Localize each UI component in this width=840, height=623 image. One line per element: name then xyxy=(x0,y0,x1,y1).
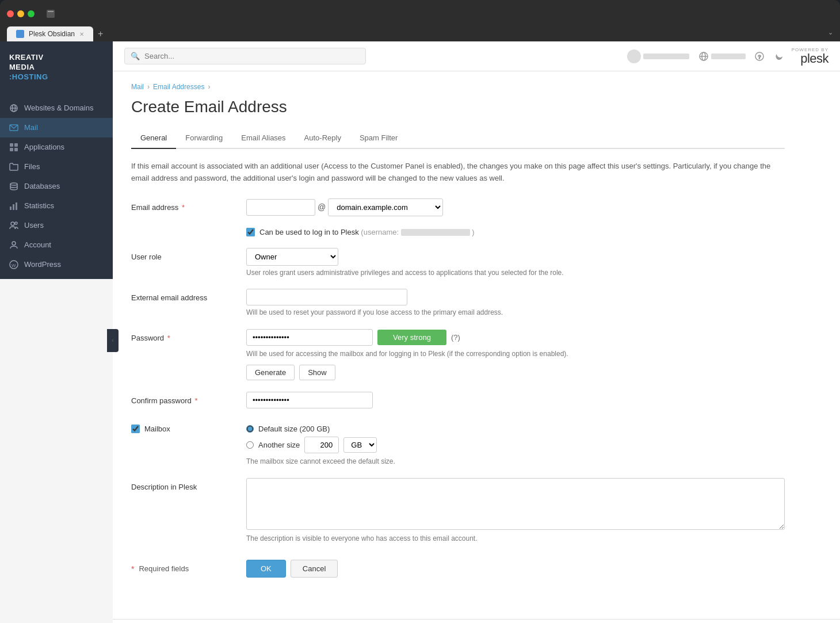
logo-line1: KREATIV xyxy=(9,53,104,63)
mailbox-control: Default size (200 GB) Another size GB MB xyxy=(246,420,785,467)
tab-auto-reply[interactable]: Auto-Reply xyxy=(295,128,350,149)
plesk-login-row: Can be used to log in to Plesk (username… xyxy=(131,228,785,236)
globe-icon xyxy=(9,104,18,113)
sidebar-item-applications[interactable]: Applications xyxy=(0,137,113,157)
required-label-cell: * Required fields xyxy=(131,555,246,583)
sidebar-item-users[interactable]: Users xyxy=(0,216,113,235)
svg-point-16 xyxy=(12,242,16,245)
mailbox-label-cell: Mailbox xyxy=(131,420,246,445)
new-tab-button[interactable]: + xyxy=(98,29,103,39)
globe-topbar-icon xyxy=(698,51,709,62)
minimize-button[interactable] xyxy=(17,10,24,17)
sidebar-item-account[interactable]: Account xyxy=(0,235,113,255)
plesk-login-checkbox[interactable] xyxy=(246,228,255,236)
language-placeholder xyxy=(711,53,746,59)
traffic-lights xyxy=(7,10,35,17)
sidebar-item-files[interactable]: Files xyxy=(0,157,113,177)
domain-select[interactable]: domain.example.com xyxy=(328,198,443,216)
svg-point-14 xyxy=(11,222,14,225)
external-email-label: External email address xyxy=(131,289,246,302)
active-tab[interactable]: Plesk Obsidian ✕ xyxy=(7,26,93,41)
search-box[interactable]: 🔍 xyxy=(124,48,366,64)
svg-rect-12 xyxy=(13,204,14,210)
required-label: Required fields xyxy=(139,564,189,573)
sidebar-item-mail[interactable]: Mail xyxy=(0,118,113,137)
user-role-control: Owner Additional User User roles grant u… xyxy=(246,248,785,278)
search-input[interactable] xyxy=(144,52,360,60)
required-star: * xyxy=(131,564,134,574)
ok-button[interactable]: OK xyxy=(246,560,286,578)
mailbox-help: The mailbox size cannot exceed the defau… xyxy=(246,457,785,467)
tab-close-icon[interactable]: ✕ xyxy=(79,31,84,37)
page-title: Create Email Address xyxy=(131,98,785,116)
user-role-select[interactable]: Owner Additional User xyxy=(246,248,338,266)
tab-general[interactable]: General xyxy=(131,128,176,149)
tab-spam-filter[interactable]: Spam Filter xyxy=(350,128,407,149)
show-button[interactable]: Show xyxy=(299,365,335,380)
svg-rect-9 xyxy=(14,148,18,151)
tabs: General Forwarding Email Aliases Auto-Re… xyxy=(131,128,785,149)
tab-forwarding[interactable]: Forwarding xyxy=(176,128,232,149)
email-local-input[interactable] xyxy=(246,199,315,216)
size-input[interactable] xyxy=(304,437,339,453)
topbar-theme[interactable] xyxy=(773,52,782,61)
account-icon xyxy=(9,240,18,250)
topbar: 🔍 ? POWERED BY xyxy=(113,41,840,71)
apps-icon xyxy=(9,143,18,152)
logo: KREATIV MEDIA :HOSTING xyxy=(0,41,113,94)
sidebar: KREATIV MEDIA :HOSTING Websites & Domain… xyxy=(0,41,113,279)
sidebar-item-websites[interactable]: Websites & Domains xyxy=(0,98,113,118)
default-size-radio[interactable] xyxy=(246,425,254,433)
svg-rect-11 xyxy=(10,207,12,210)
sidebar-item-databases[interactable]: Databases xyxy=(0,177,113,196)
password-help-icon[interactable]: (?) xyxy=(451,333,460,342)
password-label: Password * xyxy=(131,329,246,342)
another-size-radio[interactable] xyxy=(246,441,254,449)
topbar-help[interactable]: ? xyxy=(755,52,764,61)
window-controls: ⌄ xyxy=(828,29,833,40)
tab-label: Plesk Obsidian xyxy=(29,30,75,38)
plesk-logo: POWERED BY plesk xyxy=(792,48,828,65)
sidebar-item-wordpress[interactable]: W WordPress xyxy=(0,255,113,274)
users-icon xyxy=(9,221,18,230)
confirm-password-label: Confirm password * xyxy=(131,392,246,405)
maximize-button[interactable] xyxy=(28,10,35,17)
breadcrumb-mail[interactable]: Mail xyxy=(131,83,144,91)
user-avatar xyxy=(627,49,641,63)
sidebar-toggle[interactable]: ‹ xyxy=(107,329,119,352)
close-button[interactable] xyxy=(7,10,14,17)
topbar-globe[interactable] xyxy=(698,51,746,62)
confirm-password-input[interactable] xyxy=(246,392,373,408)
cancel-button[interactable]: Cancel xyxy=(291,560,338,578)
svg-rect-6 xyxy=(10,143,13,147)
logo-line2: MEDIA xyxy=(9,63,104,72)
generate-button[interactable]: Generate xyxy=(246,365,295,380)
description-textarea[interactable] xyxy=(246,478,785,530)
breadcrumb-email-addresses[interactable]: Email Addresses xyxy=(153,83,204,91)
folder-icon xyxy=(9,162,18,171)
breadcrumb-sep1: › xyxy=(147,83,150,91)
external-email-control: Will be used to reset your password if y… xyxy=(246,289,785,318)
sidebar-label-mail: Mail xyxy=(24,123,38,132)
tab-email-aliases[interactable]: Email Aliases xyxy=(232,128,295,149)
sidebar-label-account: Account xyxy=(24,240,51,249)
confirm-password-control xyxy=(246,392,785,408)
mailbox-checkbox[interactable] xyxy=(131,425,140,433)
svg-rect-7 xyxy=(14,143,18,147)
unit-select[interactable]: GB MB xyxy=(343,437,377,453)
username-placeholder xyxy=(643,53,689,59)
sidebar-item-statistics[interactable]: Statistics xyxy=(0,196,113,216)
sidebar-nav: Websites & Domains Mail Applications Fil… xyxy=(0,94,113,279)
tab-bar: Plesk Obsidian ✕ + ⌄ xyxy=(7,26,833,41)
svg-rect-8 xyxy=(10,148,13,151)
username-span: (username: ) xyxy=(361,228,474,236)
window-icon xyxy=(47,10,55,18)
plesk-login-label: Can be used to log in to Plesk (username… xyxy=(259,228,475,236)
description-control: The description is visible to everyone w… xyxy=(246,478,785,544)
at-sign: @ xyxy=(318,202,326,212)
svg-point-10 xyxy=(10,183,17,185)
email-address-field: @ domain.example.com xyxy=(246,198,785,216)
breadcrumb: Mail › Email Addresses › xyxy=(131,83,785,91)
password-input[interactable] xyxy=(246,329,373,346)
external-email-input[interactable] xyxy=(246,289,407,305)
